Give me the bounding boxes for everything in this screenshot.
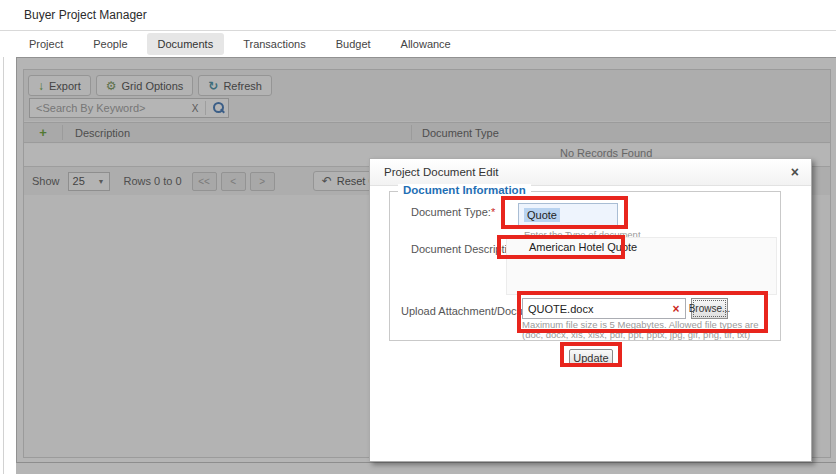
app-window: Buyer Project Manager Project People Doc…	[0, 0, 836, 474]
required-asterisk: *	[491, 206, 495, 218]
tab-bar: Project People Documents Transactions Bu…	[0, 31, 836, 57]
annotation-box-document-type	[501, 196, 628, 229]
tab-transactions[interactable]: Transactions	[232, 33, 317, 55]
dialog-title: Project Document Edit	[384, 159, 498, 185]
page-title: Buyer Project Manager	[24, 0, 147, 30]
annotation-box-document-description	[497, 235, 625, 259]
annotation-box-upload	[517, 291, 768, 333]
tab-budget[interactable]: Budget	[325, 33, 382, 55]
title-bar: Buyer Project Manager	[0, 0, 836, 31]
document-type-label-text: Document Type:	[411, 206, 491, 218]
tab-project[interactable]: Project	[18, 33, 74, 55]
annotation-box-update	[560, 342, 622, 367]
tab-allowance[interactable]: Allowance	[390, 33, 462, 55]
dialog-title-bar: Project Document Edit ×	[370, 159, 811, 186]
section-title: Document Information	[398, 184, 531, 196]
page-edge-line	[3, 57, 4, 474]
tab-people[interactable]: People	[82, 33, 138, 55]
tab-documents[interactable]: Documents	[147, 33, 225, 55]
document-type-label: Document Type:*	[411, 206, 495, 218]
close-icon[interactable]: ×	[791, 159, 799, 185]
